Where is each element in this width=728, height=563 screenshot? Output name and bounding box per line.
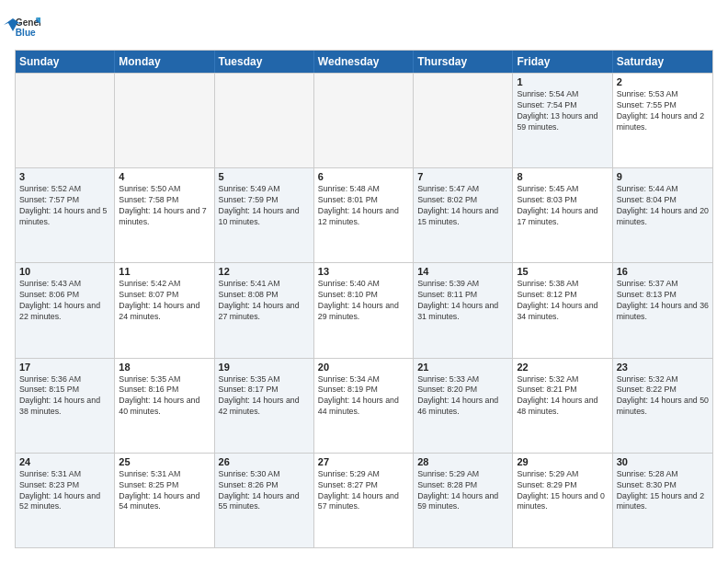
calendar-cell-5: 5Sunrise: 5:49 AM Sunset: 7:59 PM Daylig…	[215, 168, 314, 262]
cell-info: Sunrise: 5:45 AM Sunset: 8:03 PM Dayligh…	[517, 184, 608, 228]
cell-info: Sunrise: 5:42 AM Sunset: 8:07 PM Dayligh…	[119, 279, 210, 323]
cell-info: Sunrise: 5:28 AM Sunset: 8:30 PM Dayligh…	[617, 469, 709, 513]
calendar-cell-6: 6Sunrise: 5:48 AM Sunset: 8:01 PM Daylig…	[314, 168, 414, 262]
calendar-cell-22: 22Sunrise: 5:32 AM Sunset: 8:21 PM Dayli…	[513, 359, 612, 453]
calendar-cell-24: 24Sunrise: 5:31 AM Sunset: 8:23 PM Dayli…	[16, 454, 115, 547]
day-number: 16	[617, 266, 709, 277]
logo-bird-icon	[4, 18, 22, 31]
header-cell-tuesday: Tuesday	[215, 51, 314, 73]
day-number: 2	[617, 76, 709, 87]
cell-info: Sunrise: 5:31 AM Sunset: 8:23 PM Dayligh…	[19, 469, 110, 513]
calendar-cell-8: 8Sunrise: 5:45 AM Sunset: 8:03 PM Daylig…	[513, 168, 612, 262]
header-cell-thursday: Thursday	[414, 51, 513, 73]
day-number: 18	[119, 362, 210, 373]
cell-info: Sunrise: 5:49 AM Sunset: 7:59 PM Dayligh…	[219, 184, 310, 228]
cell-info: Sunrise: 5:29 AM Sunset: 8:27 PM Dayligh…	[318, 469, 409, 513]
cell-info: Sunrise: 5:30 AM Sunset: 8:26 PM Dayligh…	[219, 469, 310, 513]
day-number: 10	[19, 266, 110, 277]
calendar: SundayMondayTuesdayWednesdayThursdayFrid…	[15, 50, 713, 548]
cell-info: Sunrise: 5:33 AM Sunset: 8:20 PM Dayligh…	[417, 374, 508, 419]
calendar-cell-empty-4	[414, 74, 513, 167]
cell-info: Sunrise: 5:32 AM Sunset: 8:22 PM Dayligh…	[617, 374, 709, 419]
cell-info: Sunrise: 5:52 AM Sunset: 7:57 PM Dayligh…	[19, 184, 110, 228]
day-number: 23	[617, 362, 709, 373]
cell-info: Sunrise: 5:32 AM Sunset: 8:21 PM Dayligh…	[517, 374, 608, 419]
cell-info: Sunrise: 5:40 AM Sunset: 8:10 PM Dayligh…	[318, 279, 409, 323]
calendar-cell-1: 1Sunrise: 5:54 AM Sunset: 7:54 PM Daylig…	[513, 74, 612, 167]
calendar-cell-10: 10Sunrise: 5:43 AM Sunset: 8:06 PM Dayli…	[16, 263, 115, 357]
cell-info: Sunrise: 5:34 AM Sunset: 8:19 PM Dayligh…	[318, 374, 409, 419]
cell-info: Sunrise: 5:37 AM Sunset: 8:13 PM Dayligh…	[617, 279, 709, 323]
cell-info: Sunrise: 5:47 AM Sunset: 8:02 PM Dayligh…	[417, 184, 508, 228]
cell-info: Sunrise: 5:31 AM Sunset: 8:25 PM Dayligh…	[119, 469, 210, 513]
day-number: 26	[219, 456, 310, 467]
calendar-cell-14: 14Sunrise: 5:39 AM Sunset: 8:11 PM Dayli…	[414, 263, 513, 357]
day-number: 19	[219, 362, 310, 373]
day-number: 15	[517, 266, 608, 277]
calendar-cell-20: 20Sunrise: 5:34 AM Sunset: 8:19 PM Dayli…	[314, 359, 414, 453]
calendar-cell-27: 27Sunrise: 5:29 AM Sunset: 8:27 PM Dayli…	[314, 454, 414, 547]
cell-info: Sunrise: 5:48 AM Sunset: 8:01 PM Dayligh…	[318, 184, 409, 228]
day-number: 1	[517, 76, 608, 87]
calendar-cell-4: 4Sunrise: 5:50 AM Sunset: 7:58 PM Daylig…	[115, 168, 214, 262]
calendar-cell-30: 30Sunrise: 5:28 AM Sunset: 8:30 PM Dayli…	[613, 454, 712, 547]
calendar-cell-26: 26Sunrise: 5:30 AM Sunset: 8:26 PM Dayli…	[215, 454, 314, 547]
calendar-cell-25: 25Sunrise: 5:31 AM Sunset: 8:25 PM Dayli…	[115, 454, 214, 547]
calendar-cell-empty-3	[314, 74, 414, 167]
day-number: 13	[318, 266, 409, 277]
calendar-cell-23: 23Sunrise: 5:32 AM Sunset: 8:22 PM Dayli…	[613, 359, 712, 453]
calendar-row-3: 17Sunrise: 5:36 AM Sunset: 8:15 PM Dayli…	[16, 358, 712, 453]
cell-info: Sunrise: 5:39 AM Sunset: 8:11 PM Dayligh…	[417, 279, 508, 323]
calendar-cell-7: 7Sunrise: 5:47 AM Sunset: 8:02 PM Daylig…	[414, 168, 513, 262]
cell-info: Sunrise: 5:35 AM Sunset: 8:17 PM Dayligh…	[219, 374, 310, 419]
cell-info: Sunrise: 5:54 AM Sunset: 7:54 PM Dayligh…	[517, 89, 608, 133]
day-number: 7	[417, 171, 508, 182]
day-number: 14	[417, 266, 508, 277]
day-number: 24	[19, 456, 110, 467]
calendar-cell-13: 13Sunrise: 5:40 AM Sunset: 8:10 PM Dayli…	[314, 263, 414, 357]
calendar-cell-3: 3Sunrise: 5:52 AM Sunset: 7:57 PM Daylig…	[16, 168, 115, 262]
calendar-cell-12: 12Sunrise: 5:41 AM Sunset: 8:08 PM Dayli…	[215, 263, 314, 357]
cell-info: Sunrise: 5:29 AM Sunset: 8:29 PM Dayligh…	[517, 469, 608, 513]
calendar-cell-21: 21Sunrise: 5:33 AM Sunset: 8:20 PM Dayli…	[414, 359, 513, 453]
calendar-row-0: 1Sunrise: 5:54 AM Sunset: 7:54 PM Daylig…	[16, 73, 712, 167]
calendar-cell-18: 18Sunrise: 5:35 AM Sunset: 8:16 PM Dayli…	[115, 359, 214, 453]
calendar-cell-17: 17Sunrise: 5:36 AM Sunset: 8:15 PM Dayli…	[16, 359, 115, 453]
calendar-cell-19: 19Sunrise: 5:35 AM Sunset: 8:17 PM Dayli…	[215, 359, 314, 453]
day-number: 3	[19, 171, 110, 182]
calendar-cell-2: 2Sunrise: 5:53 AM Sunset: 7:55 PM Daylig…	[613, 74, 712, 167]
day-number: 12	[219, 266, 310, 277]
calendar-row-1: 3Sunrise: 5:52 AM Sunset: 7:57 PM Daylig…	[16, 167, 712, 262]
cell-info: Sunrise: 5:41 AM Sunset: 8:08 PM Dayligh…	[219, 279, 310, 323]
day-number: 6	[318, 171, 409, 182]
calendar-cell-empty-1	[115, 74, 214, 167]
day-number: 27	[318, 456, 409, 467]
header-cell-saturday: Saturday	[613, 51, 712, 73]
day-number: 5	[219, 171, 310, 182]
day-number: 11	[119, 266, 210, 277]
day-number: 25	[119, 456, 210, 467]
header-cell-sunday: Sunday	[16, 51, 115, 73]
calendar-cell-9: 9Sunrise: 5:44 AM Sunset: 8:04 PM Daylig…	[613, 168, 712, 262]
header-cell-friday: Friday	[513, 51, 612, 73]
calendar-header: SundayMondayTuesdayWednesdayThursdayFrid…	[16, 51, 712, 73]
calendar-cell-16: 16Sunrise: 5:37 AM Sunset: 8:13 PM Dayli…	[613, 263, 712, 357]
calendar-cell-29: 29Sunrise: 5:29 AM Sunset: 8:29 PM Dayli…	[513, 454, 612, 547]
day-number: 21	[417, 362, 508, 373]
cell-info: Sunrise: 5:50 AM Sunset: 7:58 PM Dayligh…	[119, 184, 210, 228]
logo: General Blue	[15, 15, 22, 40]
day-number: 4	[119, 171, 210, 182]
calendar-cell-11: 11Sunrise: 5:42 AM Sunset: 8:07 PM Dayli…	[115, 263, 214, 357]
day-number: 30	[617, 456, 709, 467]
calendar-cell-15: 15Sunrise: 5:38 AM Sunset: 8:12 PM Dayli…	[513, 263, 612, 357]
cell-info: Sunrise: 5:44 AM Sunset: 8:04 PM Dayligh…	[617, 184, 709, 228]
cell-info: Sunrise: 5:53 AM Sunset: 7:55 PM Dayligh…	[617, 89, 709, 133]
day-number: 20	[318, 362, 409, 373]
day-number: 9	[617, 171, 709, 182]
calendar-row-2: 10Sunrise: 5:43 AM Sunset: 8:06 PM Dayli…	[16, 262, 712, 357]
calendar-row-4: 24Sunrise: 5:31 AM Sunset: 8:23 PM Dayli…	[16, 453, 712, 547]
day-number: 17	[19, 362, 110, 373]
day-number: 8	[517, 171, 608, 182]
cell-info: Sunrise: 5:29 AM Sunset: 8:28 PM Dayligh…	[417, 469, 508, 513]
header-cell-monday: Monday	[115, 51, 214, 73]
